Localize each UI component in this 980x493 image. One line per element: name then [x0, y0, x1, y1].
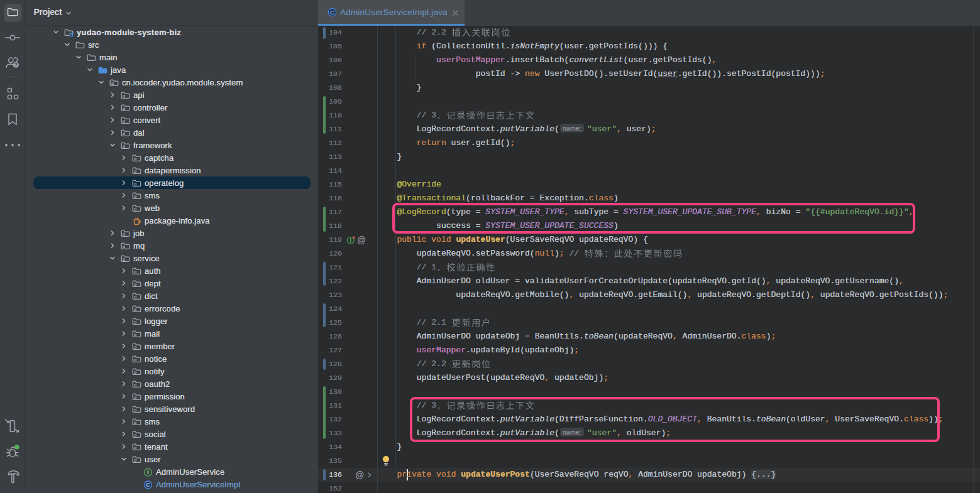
svg-text:C: C: [146, 481, 150, 488]
svg-text:C: C: [330, 9, 334, 16]
svg-text:?: ?: [14, 62, 18, 68]
svg-text:I: I: [147, 469, 149, 475]
